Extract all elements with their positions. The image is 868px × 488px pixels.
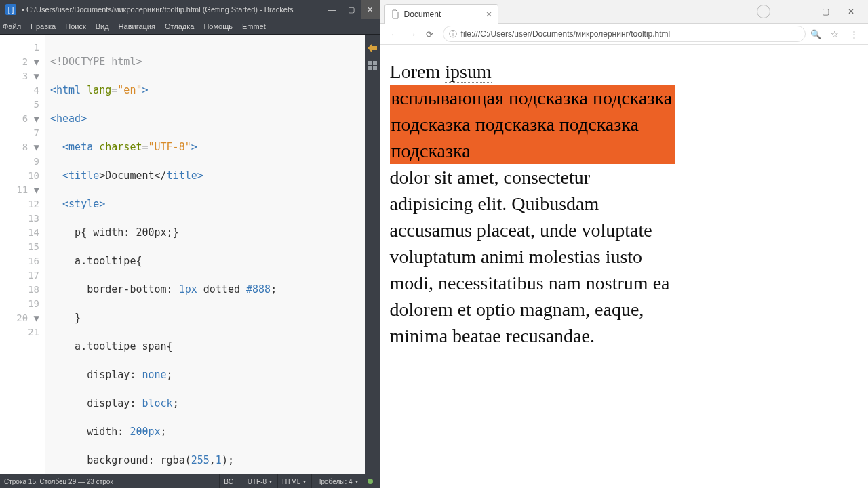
minimize-button[interactable]: — — [323, 0, 342, 19]
brackets-titlebar: [ ] • C:/Users/user/Documents/микролерни… — [0, 0, 380, 19]
site-info-icon[interactable]: ⓘ — [449, 28, 457, 40]
browser-tab[interactable]: Document ✕ — [384, 4, 498, 24]
right-toolbar — [365, 35, 380, 474]
maximize-button[interactable]: ▢ — [342, 0, 361, 19]
language-mode[interactable]: HTML — [277, 474, 310, 488]
menu-file[interactable]: Файл — [3, 22, 21, 30]
indent-mode[interactable]: Пробелы: 4 — [311, 474, 361, 488]
line-gutter: 1 2 ▼ 3 ▼ 4 5 6 ▼ 7 8 ▼ 9 10 11 ▼ 12 13 … — [0, 35, 45, 474]
browser-minimize-button[interactable]: — — [787, 2, 812, 21]
text-pre: Lorem — [390, 61, 446, 82]
reload-button[interactable]: ⟳ — [421, 25, 439, 43]
menu-emmet[interactable]: Emmet — [242, 22, 266, 30]
extension-manager-icon[interactable] — [366, 60, 378, 72]
text-post: dolor sit amet, consectetur adipisicing … — [390, 167, 670, 346]
menu-search[interactable]: Поиск — [65, 22, 85, 30]
brackets-menu: Файл Правка Поиск Вид Навигация Отладка … — [0, 19, 380, 34]
url-text: file:///C:/Users/user/Documents/микролер… — [461, 29, 671, 39]
insert-mode[interactable]: ВСТ — [219, 474, 241, 488]
svg-rect-0 — [368, 61, 372, 65]
menu-edit[interactable]: Правка — [31, 22, 56, 30]
linting-status-icon[interactable] — [368, 479, 373, 484]
cursor-position: Строка 15, Столбец 29 — 23 строк — [4, 478, 113, 485]
user-avatar-icon[interactable] — [757, 5, 770, 18]
paragraph: Lorem ipsum всплывающая подсказка подска… — [390, 58, 675, 349]
live-preview-icon[interactable] — [366, 42, 378, 54]
menu-view[interactable]: Вид — [96, 22, 109, 30]
browser-close-button[interactable]: ✕ — [838, 2, 864, 21]
brackets-app-icon: [ ] — [5, 4, 16, 15]
tab-close-icon[interactable]: ✕ — [486, 9, 492, 19]
browser-toolbar: ← → ⟳ ⓘ file:///C:/Users/user/Documents/… — [380, 24, 868, 45]
browser-tabbar: Document ✕ — ▢ ✕ — [380, 0, 868, 24]
brackets-window: [ ] • C:/Users/user/Documents/микролерни… — [0, 0, 380, 488]
menu-help[interactable]: Помощь — [203, 22, 233, 30]
tab-title: Document — [404, 9, 441, 19]
menu-debug[interactable]: Отладка — [165, 22, 194, 30]
back-button[interactable]: ← — [386, 25, 403, 43]
forward-button[interactable]: → — [403, 25, 421, 43]
address-bar[interactable]: ⓘ file:///C:/Users/user/Documents/микрол… — [443, 26, 806, 42]
editor-area[interactable]: 1 2 ▼ 3 ▼ 4 5 6 ▼ 7 8 ▼ 9 10 11 ▼ 12 13 … — [0, 35, 380, 474]
browser-maximize-button[interactable]: ▢ — [812, 2, 838, 21]
bookmark-icon[interactable]: ☆ — [826, 25, 844, 43]
tooltip-anchor[interactable]: ipsum — [445, 61, 491, 83]
encoding[interactable]: UTF-8 — [243, 474, 276, 488]
chrome-window: Document ✕ — ▢ ✕ ← → ⟳ ⓘ file:///C:/User… — [380, 0, 868, 488]
brackets-statusbar: Строка 15, Столбец 29 — 23 строк ВСТ UTF… — [0, 474, 380, 488]
code-content[interactable]: <!DOCTYPE html> <html lang="en"> <head> … — [45, 35, 365, 474]
menu-icon[interactable]: ⋮ — [845, 25, 863, 43]
svg-rect-3 — [373, 66, 377, 70]
file-icon — [391, 9, 400, 19]
menu-navigate[interactable]: Навигация — [119, 22, 155, 30]
tooltip-popup: всплывающая подсказка подсказка подсказк… — [390, 85, 675, 164]
close-button[interactable]: ✕ — [361, 0, 380, 19]
window-title: • C:/Users/user/Documents/микролернинг/t… — [22, 5, 323, 14]
zoom-icon[interactable]: 🔍 — [807, 25, 825, 43]
svg-rect-2 — [368, 66, 372, 70]
page-viewport[interactable]: Lorem ipsum всплывающая подсказка подска… — [380, 45, 868, 488]
svg-rect-1 — [373, 61, 377, 65]
